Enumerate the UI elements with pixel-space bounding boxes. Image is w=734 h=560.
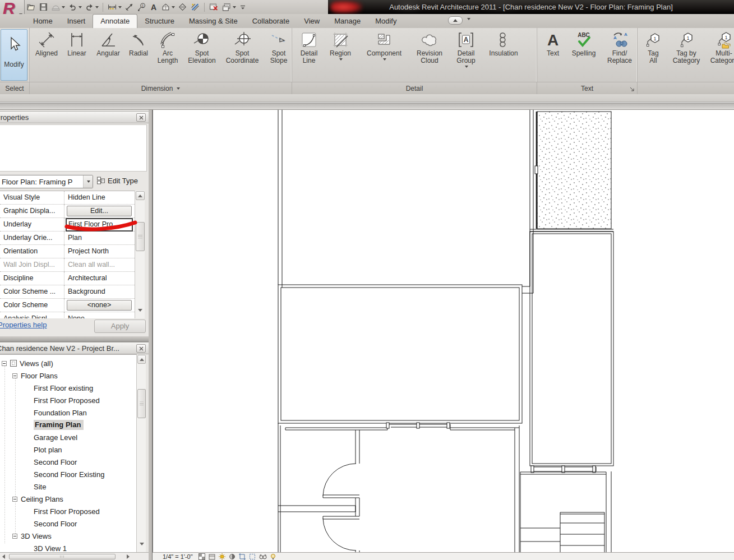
edit-graphic-display-button[interactable]: Edit... xyxy=(67,206,132,216)
property-row[interactable]: Underlay First Floor Pro... xyxy=(0,218,135,232)
section-button[interactable] xyxy=(177,2,188,13)
property-row[interactable]: Color Scheme <none> xyxy=(0,299,135,312)
detail-line-tool[interactable]: DetailLine xyxy=(296,30,322,64)
property-row[interactable]: Orientation Project North xyxy=(0,245,135,258)
tree-item-garage-level[interactable]: Garage Level xyxy=(34,431,77,443)
scroll-up-button[interactable] xyxy=(137,355,146,364)
save-button[interactable] xyxy=(38,2,49,13)
property-row[interactable]: Visual Style Hidden Line xyxy=(0,191,135,205)
visual-style-icon[interactable] xyxy=(209,553,215,560)
insulation-tool[interactable]: Insulation xyxy=(485,30,522,57)
radial-dimension-tool[interactable]: Radial xyxy=(126,30,151,57)
scroll-up-button[interactable] xyxy=(136,191,145,200)
aligned-dimension-tool[interactable]: Aligned xyxy=(31,30,62,57)
type-selector-dropdown[interactable] xyxy=(83,175,93,188)
scrollbar-thumb[interactable] xyxy=(136,222,145,251)
tab-insert[interactable]: Insert xyxy=(60,15,93,28)
collapse-icon[interactable] xyxy=(12,373,17,378)
tree-item-foundation-plan[interactable]: Foundation Plan xyxy=(34,406,87,419)
property-row[interactable]: Analysis Displ... None xyxy=(0,312,135,318)
property-value[interactable]: Background xyxy=(65,285,135,299)
collapse-icon[interactable] xyxy=(12,497,17,502)
project-browser-scrollbar[interactable] xyxy=(136,354,146,552)
detail-level-icon[interactable] xyxy=(198,553,205,560)
scrollbar-thumb[interactable] xyxy=(9,554,116,559)
property-row[interactable]: Color Scheme ... Background xyxy=(0,285,135,299)
scrollbar-thumb[interactable] xyxy=(137,389,146,418)
aligned-dimension-button[interactable] xyxy=(107,2,122,13)
thin-lines-button[interactable] xyxy=(190,2,201,13)
tag-by-category-tool[interactable]: 1 Tag byCategory xyxy=(668,30,704,64)
multi-category-tag-tool[interactable]: 1 Multi-Category xyxy=(707,30,734,64)
door-swings[interactable] xyxy=(323,464,359,552)
dialog-launcher-icon[interactable] xyxy=(630,87,635,92)
sync-with-central-button[interactable] xyxy=(50,2,66,13)
tag-all-tool[interactable]: 1 TagAll xyxy=(640,30,666,64)
spot-coordinate-tool[interactable]: SpotCoordinate xyxy=(221,30,264,64)
tree-item-first-floor-existing[interactable]: First Floor existing xyxy=(34,382,93,394)
tree-item-ceiling-plans[interactable]: Ceiling Plans xyxy=(12,493,63,505)
shadows-icon[interactable] xyxy=(229,553,236,560)
temporary-hide-isolate-icon[interactable] xyxy=(259,553,267,560)
panel-label-detail[interactable]: Detail xyxy=(292,82,537,94)
open-button[interactable] xyxy=(26,2,36,13)
color-scheme-button[interactable]: <none> xyxy=(67,300,132,311)
properties-help-link[interactable]: Properties help xyxy=(0,321,47,329)
palette-divider[interactable] xyxy=(0,336,149,342)
spelling-tool[interactable]: ABC Spelling xyxy=(567,30,600,57)
property-value[interactable]: Project North xyxy=(65,245,135,258)
property-value[interactable]: None xyxy=(65,312,135,318)
tab-collaborate[interactable]: Collaborate xyxy=(245,15,297,28)
angular-dimension-tool[interactable]: Angular xyxy=(92,30,124,57)
scroll-down-button[interactable] xyxy=(136,306,145,314)
show-crop-region-icon[interactable] xyxy=(249,553,256,560)
modify-button[interactable]: Modify xyxy=(1,29,27,81)
detail-component-tool[interactable]: Component xyxy=(358,30,410,61)
scroll-right-button[interactable] xyxy=(124,553,132,560)
close-project-browser-button[interactable] xyxy=(136,344,146,353)
panel-label-dimension[interactable]: Dimension xyxy=(30,82,292,94)
tree-item-second-floor[interactable]: Second Floor xyxy=(34,456,77,468)
ribbon-state-caret-icon[interactable] xyxy=(467,18,470,20)
tree-item-first-floor-proposed[interactable]: First Floor Proposed xyxy=(34,394,100,406)
property-row[interactable]: Graphic Displa... Edit... xyxy=(0,205,135,218)
tab-annotate[interactable]: Annotate xyxy=(93,14,137,28)
text-tool[interactable]: A Text xyxy=(541,30,565,57)
type-selector[interactable]: Floor Plan: Framing P xyxy=(0,175,93,188)
text-button[interactable]: A xyxy=(149,2,159,13)
tree-item-second-floor-existing[interactable]: Second Floor Existing xyxy=(34,468,104,480)
underlay-value-selected[interactable]: First Floor Pro... xyxy=(66,218,133,232)
project-browser-header[interactable]: Chan residence New V2 - Project Br... xyxy=(0,342,149,354)
scroll-left-button[interactable] xyxy=(0,553,7,560)
tree-item-ceiling-first-floor-proposed[interactable]: First Floor Proposed xyxy=(34,505,100,517)
property-value[interactable]: Plan xyxy=(65,232,135,245)
tab-view[interactable]: View xyxy=(297,15,327,28)
revision-cloud-tool[interactable]: RevisionCloud xyxy=(412,30,447,64)
close-hidden-windows-button[interactable] xyxy=(208,2,219,13)
default-3d-view-button[interactable] xyxy=(160,2,176,13)
property-value[interactable]: Architectural xyxy=(65,272,135,285)
tab-home[interactable]: Home xyxy=(26,15,60,28)
sun-path-icon[interactable] xyxy=(219,553,225,560)
tree-item-ceiling-second-floor[interactable]: Second Floor xyxy=(34,517,77,530)
tree-item-site[interactable]: Site xyxy=(34,480,46,493)
close-properties-button[interactable] xyxy=(136,113,146,122)
apply-button[interactable]: Apply xyxy=(94,320,146,333)
property-row[interactable]: Underlay Orie... Plan xyxy=(0,232,135,245)
measure-button[interactable] xyxy=(124,2,135,13)
tree-item-3d-view-1[interactable]: 3D View 1 xyxy=(34,542,67,552)
tag-button[interactable]: 1 xyxy=(136,2,147,13)
tree-item-3d-views[interactable]: 3D Views xyxy=(12,530,52,542)
stairs[interactable] xyxy=(520,512,604,552)
edit-type-button[interactable]: Edit Type xyxy=(96,176,138,185)
tree-item-plot-plan[interactable]: Plot plan xyxy=(34,443,62,456)
linear-dimension-tool[interactable]: Linear xyxy=(63,30,91,57)
properties-scrollbar[interactable] xyxy=(135,191,145,318)
region-tool[interactable]: Region xyxy=(325,30,356,61)
crop-view-icon[interactable] xyxy=(239,553,246,560)
undo-button[interactable] xyxy=(67,2,82,13)
scroll-down-button[interactable] xyxy=(137,539,146,548)
detail-group-tool[interactable]: A DetailGroup xyxy=(449,30,483,68)
property-value[interactable]: Hidden Line xyxy=(65,191,135,205)
spot-elevation-tool[interactable]: SpotElevation xyxy=(184,30,220,64)
